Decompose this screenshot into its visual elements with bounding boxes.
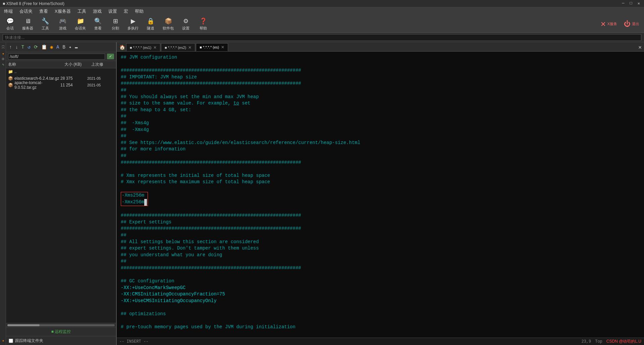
- packages-label: 软件包: [163, 26, 174, 31]
- menu-bar: 终端 会话夹 查看 X服务器 工具 游戏 设置 宏 帮助: [0, 7, 644, 15]
- term-line: [121, 206, 640, 213]
- file-name: apache-tomcat-9.0.52.tar.gz: [14, 80, 60, 90]
- track-file-checkbox[interactable]: [9, 339, 13, 343]
- games-label: 游戏: [59, 26, 66, 31]
- toolbar: 💬 会话 🖥 服务器 🔧 工具 🎮 游戏 📁 会话夹 🔍 查看 ⊞ 分割 ▶ 多…: [0, 15, 644, 33]
- xservice-label: X服务: [607, 21, 617, 26]
- menu-sessions[interactable]: 会话夹: [18, 8, 34, 14]
- scrollbar-track: [7, 324, 115, 326]
- tab-es-close[interactable]: ✕: [221, 45, 224, 50]
- file-block-icon[interactable]: ▬: [74, 45, 78, 50]
- menu-macros[interactable]: 宏: [122, 8, 129, 14]
- term-line: ##: [121, 153, 640, 159]
- list-item[interactable]: 📁 ..: [6, 68, 116, 75]
- tab-home-button[interactable]: 🏠: [118, 43, 126, 51]
- file-magic-icon[interactable]: ✦: [68, 44, 72, 50]
- file-list: 📁 .. 📦 elasticsearch-6.2.4.tar.gz 28 375…: [6, 68, 116, 323]
- toolbar-settings[interactable]: ⚙ 设置: [178, 16, 193, 31]
- sidebar-edit-icon[interactable]: ✎: [0, 61, 5, 68]
- terminal-panel: 🏠 ■ *.*.*.* (es1) ✕ ■ *.*.*.* (es2) ✕ ■ …: [117, 42, 644, 345]
- toolbar-exit[interactable]: ⏻ 退出: [622, 19, 641, 28]
- file-highlight-icon[interactable]: ◉: [49, 44, 54, 50]
- menu-terminal[interactable]: 终端: [3, 8, 14, 14]
- file-font-icon[interactable]: A: [55, 45, 60, 50]
- menu-xserver[interactable]: X服务器: [53, 8, 72, 14]
- scrollbar-thumb: [7, 324, 40, 326]
- term-line: ##: [121, 258, 640, 265]
- minimize-button[interactable]: ─: [621, 1, 626, 6]
- toolbar-session[interactable]: 💬 会话: [3, 16, 17, 31]
- term-line: ########################################…: [121, 212, 640, 219]
- tab-bar: 🏠 ■ *.*.*.* (es1) ✕ ■ *.*.*.* (es2) ✕ ■ …: [117, 42, 644, 52]
- term-line: ## See https://www.elastic.co/guide/en/e…: [121, 140, 640, 146]
- term-line: ########################################…: [121, 225, 640, 232]
- title-bar: ■ XShell 8 (Free for Home/School) ─ □ ✕: [0, 0, 644, 7]
- file-sync-icon[interactable]: ⟳: [33, 44, 39, 50]
- remote-monitor-button[interactable]: ■ 远程监控: [6, 327, 116, 336]
- term-line: ## GC configuration: [121, 278, 640, 285]
- sidebar-filter-icon[interactable]: ⊟: [0, 57, 5, 61]
- menu-view[interactable]: 查看: [38, 8, 49, 14]
- selected-text-block: -Xms256m -Xmx256m: [121, 192, 148, 206]
- toolbar-games[interactable]: 🎮 游戏: [55, 16, 70, 31]
- track-file-bar: 跟踪终端文件夹: [6, 336, 116, 345]
- term-line: ########################################…: [121, 265, 640, 272]
- sidebar-expand-icon[interactable]: ⟨⟨: [0, 44, 5, 50]
- file-copy-icon[interactable]: 📋: [40, 44, 48, 50]
- term-line: ########################################…: [121, 67, 640, 74]
- maximize-button[interactable]: □: [629, 1, 634, 6]
- term-line: ## You should always set the min and max…: [121, 94, 640, 100]
- help-icon: ❓: [199, 17, 207, 25]
- file-down-icon[interactable]: ↓: [14, 45, 19, 50]
- menu-tools[interactable]: 工具: [76, 8, 88, 14]
- sessions-folder-label: 会话夹: [75, 26, 86, 31]
- file-bold-icon: B: [62, 45, 66, 50]
- split-label: 分割: [112, 26, 119, 31]
- toolbar-tools[interactable]: 🔧 工具: [38, 16, 53, 31]
- quick-connect-input[interactable]: [3, 34, 641, 41]
- toolbar-xservice[interactable]: ✕ X服务: [598, 19, 619, 29]
- tab-es2-close[interactable]: ✕: [188, 45, 192, 50]
- tab-es-active[interactable]: ■ *.*.*.* (es) ✕: [196, 43, 228, 51]
- file-path-ok-button[interactable]: ✓: [107, 54, 114, 59]
- file-path-input[interactable]: [8, 54, 105, 60]
- tab-es1-close[interactable]: ✕: [153, 45, 157, 50]
- list-item[interactable]: 📦 apache-tomcat-9.0.52.tar.gz 11 254 202…: [6, 82, 116, 88]
- toolbar-split[interactable]: ⊞ 分割: [108, 16, 123, 31]
- sidebar-bookmark-icon[interactable]: ★: [0, 50, 5, 57]
- toolbar-sessions-folder[interactable]: 📁 会话夹: [73, 16, 88, 31]
- file-refresh-icon[interactable]: ↺: [26, 44, 31, 50]
- menu-help[interactable]: 帮助: [133, 8, 145, 14]
- sidebar-star-icon[interactable]: ★: [0, 337, 5, 344]
- tab-es2[interactable]: ■ *.*.*.* (es2) ✕: [161, 43, 195, 51]
- tools-label: 工具: [42, 26, 49, 31]
- tools-icon: 🔧: [41, 17, 49, 25]
- term-line: ##: [121, 87, 640, 94]
- file-col-date: 上次修: [89, 62, 116, 67]
- toolbar-help[interactable]: ❓ 帮助: [196, 16, 211, 31]
- scroll-position: Top: [595, 339, 602, 344]
- term-line: ## size to the same value. For example, …: [121, 100, 640, 107]
- toolbar-tunnel[interactable]: 🔒 隧道: [143, 16, 158, 31]
- file-text-icon[interactable]: T: [20, 45, 25, 50]
- toolbar-multi[interactable]: ▶ 多执行: [125, 16, 141, 31]
- menu-games[interactable]: 游戏: [92, 8, 103, 14]
- session-icon: 💬: [6, 17, 14, 25]
- term-line: ## JVM configuration: [121, 54, 640, 61]
- toolbar-server[interactable]: 🖥 服务器: [20, 16, 35, 31]
- tab-new-button[interactable]: ✕: [636, 43, 644, 51]
- terminal-content[interactable]: ## JVM configuration ###################…: [117, 52, 644, 338]
- term-line: [121, 186, 640, 192]
- tab-es1[interactable]: ■ *.*.*.* (es1) ✕: [126, 43, 160, 51]
- close-button[interactable]: ✕: [636, 1, 641, 6]
- file-up-icon[interactable]: ↑: [8, 45, 13, 50]
- toolbar-packages[interactable]: 📦 软件包: [161, 16, 176, 31]
- tunnel-label: 隧道: [147, 26, 154, 31]
- toolbar-view[interactable]: 🔍 查看: [91, 16, 105, 31]
- menu-settings[interactable]: 设置: [107, 8, 118, 14]
- term-line: -XX:+UseConcMarkSweepGC: [121, 285, 640, 291]
- file-path-bar: ✓: [6, 52, 116, 61]
- term-line: # Xms represents the initial size of tot…: [121, 172, 640, 179]
- term-line: ## you understand what you are doing: [121, 252, 640, 259]
- file-scrollbar[interactable]: [6, 323, 116, 327]
